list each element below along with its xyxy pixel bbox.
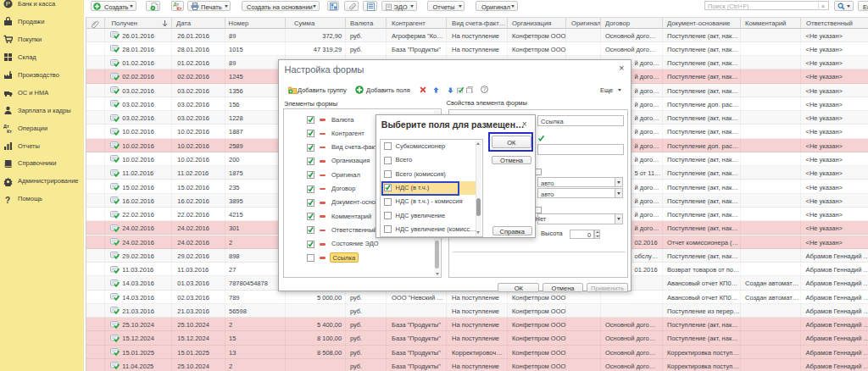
- svg-text:Кт: Кт: [7, 128, 12, 133]
- svg-text:?: ?: [482, 86, 486, 92]
- svg-text:?: ?: [5, 195, 10, 204]
- svg-text:P: P: [6, 0, 10, 8]
